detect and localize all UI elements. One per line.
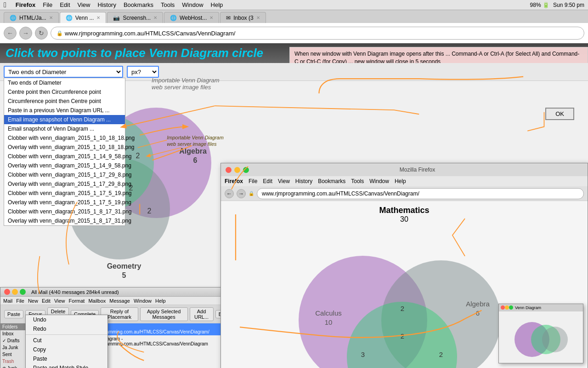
b2-back[interactable]: ← (225, 189, 234, 198)
b2-file[interactable]: File (249, 178, 257, 184)
tab-close[interactable]: ✕ (96, 15, 100, 20)
preview-max[interactable] (509, 305, 513, 310)
preview-small-bar: Venn Diagram (499, 304, 583, 311)
menubar-history[interactable]: History (98, 1, 116, 8)
context-paste[interactable]: Paste (26, 354, 107, 363)
menubar-right: 98% 🔋 Sun 9:50 pm (530, 2, 584, 8)
close-button[interactable] (226, 167, 232, 173)
tab-htmlja[interactable]: 🌐 HTML/Ja... ✕ (4, 12, 59, 23)
browser2-urlbar[interactable]: www.rjmprogramming.com.au/HTMLCSS/Canvas… (257, 188, 584, 199)
mail-menu-file[interactable]: File (16, 298, 24, 304)
browser2-nav: ← → 🔒 www.rjmprogramming.com.au/HTMLCSS/… (221, 186, 588, 201)
ok-button[interactable]: OK (545, 108, 574, 120)
apple-menu[interactable]:  (4, 1, 6, 9)
tab-inbox[interactable]: ✉ Inbox (3 ✕ (220, 12, 266, 23)
dropdown-item-0[interactable]: Two ends of Diameter (4, 78, 125, 87)
b2-bookmarks[interactable]: Bookmarks (318, 178, 345, 184)
browser-nav: ← → ↻ 🔒 www.rjmprogramming.com.au/HTMLCS… (0, 23, 588, 43)
b2-view[interactable]: View (278, 178, 290, 184)
geometry-value: 5 (122, 271, 126, 279)
intersection-right: 2 (147, 207, 152, 215)
dropdown-item-2[interactable]: Circumference point then Centre point (4, 97, 125, 106)
v2-calculus-label: Calculus (315, 309, 342, 317)
tab-close[interactable]: ✕ (256, 15, 260, 20)
b2-lock-icon: 🔒 (249, 191, 254, 196)
minimize-button[interactable] (234, 167, 240, 173)
menubar-help[interactable]: Help (211, 1, 223, 8)
forward-button[interactable]: → (19, 27, 32, 40)
mail-btn-paste[interactable]: Paste (4, 310, 23, 318)
tab-label: Venn ... (75, 15, 94, 21)
preview-close[interactable] (501, 305, 505, 310)
preview-min[interactable] (505, 305, 509, 310)
mail-menu-help[interactable]: Help (155, 298, 166, 304)
dropdown-item-8[interactable]: Clobber with venn_diagram_2015_1_14_9_58… (4, 152, 125, 161)
reload-button[interactable]: ↻ (35, 27, 48, 40)
b2-edit[interactable]: Edit (263, 178, 272, 184)
tab-venn[interactable]: 🌐 Venn ... ✕ (60, 12, 107, 23)
context-cut[interactable]: Cut (26, 336, 107, 345)
mail-btn-applymsg[interactable]: Apply Selected Messages (140, 307, 188, 321)
dropdown-item-15[interactable]: Overlay with venn_diagram_2015_1_8_17_31… (4, 216, 125, 225)
maximize-button[interactable] (243, 167, 249, 173)
preview-content (499, 311, 583, 363)
browser2-menubar: Firefox File Edit View History Bookmarks… (221, 176, 588, 186)
dropdown-item-5[interactable]: Email snapshot of Venn Diagram ... (4, 124, 125, 133)
menubar-tools[interactable]: Tools (161, 1, 175, 8)
menubar-window[interactable]: Window (182, 1, 203, 8)
tab-close[interactable]: ✕ (153, 15, 157, 20)
menubar-view[interactable]: View (78, 1, 90, 8)
preview-title: Venn Diagram (515, 305, 541, 310)
mail-menubar: Mail File New Edit View Format Mailbox M… (0, 297, 234, 305)
dropdown-item-4[interactable]: Email image snapshot of Venn Diagram ... (4, 115, 125, 124)
tab-webhost[interactable]: 🌐 WebHost... ✕ (164, 12, 219, 23)
tab-close[interactable]: ✕ (49, 15, 53, 20)
preview-small: Venn Diagram (498, 304, 583, 363)
b2-firefox[interactable]: Firefox (225, 178, 243, 184)
context-redo[interactable]: Redo (26, 324, 107, 334)
mail-menu-message[interactable]: Message (109, 298, 130, 304)
dropdown-item-10[interactable]: Clobber with venn_diagram_2015_1_17_29_8… (4, 170, 125, 179)
mail-btn-addurl[interactable]: Add URL... (190, 307, 214, 321)
menubar-file[interactable]: File (43, 1, 52, 8)
v2-left-intersection: 3 (361, 351, 365, 358)
dropdown-item-13[interactable]: Overlay with venn_diagram_2015_1_17_5_19… (4, 198, 125, 207)
mail-menu-mail[interactable]: Mail (3, 298, 12, 304)
context-copy[interactable]: Copy (26, 345, 107, 354)
b2-history[interactable]: History (295, 178, 312, 184)
dropdown-item-7[interactable]: Overlay with venn_diagram_2015_1_10_18_1… (4, 143, 125, 152)
b2-window[interactable]: Window (369, 178, 389, 184)
dropdown-item-14[interactable]: Clobber with venn_diagram_2015_1_8_17_31… (4, 207, 125, 216)
back-button[interactable]: ← (4, 27, 17, 40)
context-undo[interactable]: Undo (26, 315, 107, 324)
mail-close[interactable] (4, 289, 10, 295)
mail-menu-window[interactable]: Window (134, 298, 152, 304)
mail-menu-edit[interactable]: Edit (42, 298, 51, 304)
tab-close[interactable]: ✕ (209, 15, 213, 20)
b2-forward[interactable]: → (237, 189, 246, 198)
context-menu: Undo Redo Cut Copy Paste Paste and Match… (25, 315, 108, 368)
b2-help[interactable]: Help (395, 178, 406, 184)
mail-menu-new[interactable]: New (28, 298, 38, 304)
dropdown-item-9[interactable]: Overlay with venn_diagram_2015_1_14_9_58… (4, 161, 125, 170)
url-bar[interactable]: 🔒 www.rjmprogramming.com.au/HTMLCSS/Canv… (51, 27, 584, 40)
lock-icon: 🔒 (57, 30, 63, 36)
dropdown-item-11[interactable]: Overlay with venn_diagram_2015_1_17_29_8… (4, 179, 125, 189)
page-content: Click two points to place Venn Diagram c… (0, 43, 588, 368)
dropdown-item-12[interactable]: Clobber with venn_diagram_2015_1_17_5_19… (4, 189, 125, 198)
context-paste-match[interactable]: Paste and Match Style (26, 363, 107, 368)
mail-menu-mailbox[interactable]: Mailbox (88, 298, 106, 304)
mail-max[interactable] (20, 289, 26, 295)
mail-menu-view[interactable]: View (54, 298, 65, 304)
menubar-firefox[interactable]: Firefox (16, 1, 35, 8)
mail-min[interactable] (12, 289, 18, 295)
dropdown-item-3[interactable]: Paste in a previous Venn Diagram URL ... (4, 106, 125, 115)
dropdown-item-6[interactable]: Clobber with venn_diagram_2015_1_10_18_1… (4, 133, 125, 143)
tab-screenshot[interactable]: 📷 Screensh... ✕ (107, 12, 163, 23)
mail-menu-format[interactable]: Format (69, 298, 85, 304)
tab-label: HTML/Ja... (19, 15, 46, 21)
b2-tools[interactable]: Tools (351, 178, 364, 184)
menubar-edit[interactable]: Edit (60, 1, 70, 8)
dropdown-item-1[interactable]: Centre point then Circumference point (4, 87, 125, 97)
menubar-bookmarks[interactable]: Bookmarks (124, 1, 153, 8)
